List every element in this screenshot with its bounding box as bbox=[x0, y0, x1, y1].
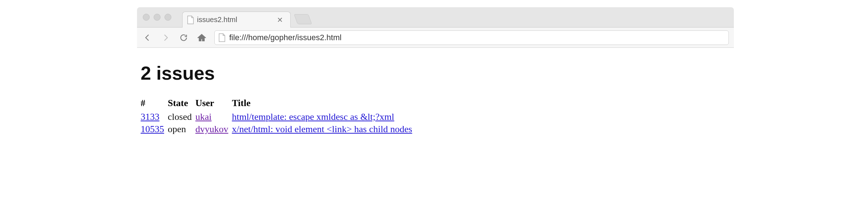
close-tab-button[interactable]: ✕ bbox=[275, 16, 285, 24]
issue-title-link[interactable]: html/template: escape xmldesc as &lt;?xm… bbox=[232, 112, 394, 122]
home-button[interactable] bbox=[196, 32, 207, 43]
issues-table: # State User Title 3133closedukaihtml/te… bbox=[141, 97, 416, 135]
browser-tab[interactable]: issues2.html ✕ bbox=[182, 12, 291, 28]
window-controls bbox=[143, 7, 171, 27]
table-row: 10535opendvyukovx/net/html: void element… bbox=[141, 123, 416, 135]
issue-user-link[interactable]: ukai bbox=[195, 112, 211, 122]
forward-button[interactable] bbox=[160, 32, 171, 43]
tab-strip: issues2.html ✕ bbox=[137, 7, 734, 28]
page-heading: 2 issues bbox=[141, 62, 730, 84]
issue-user-link[interactable]: dvyukov bbox=[195, 124, 228, 134]
address-text: file:///home/gopher/issues2.html bbox=[229, 33, 342, 42]
col-user: User bbox=[195, 97, 232, 111]
browser-window: issues2.html ✕ file:///home/gopher/issue… bbox=[137, 7, 734, 139]
new-tab-button[interactable] bbox=[294, 14, 312, 24]
minimize-window-button[interactable] bbox=[154, 14, 161, 21]
issue-number-link[interactable]: 3133 bbox=[141, 112, 159, 122]
address-bar[interactable]: file:///home/gopher/issues2.html bbox=[214, 30, 729, 45]
close-window-button[interactable] bbox=[143, 14, 150, 21]
issue-state: closed bbox=[168, 111, 195, 123]
maximize-window-button[interactable] bbox=[164, 14, 171, 21]
col-title: Title bbox=[232, 97, 416, 111]
col-state: State bbox=[168, 97, 195, 111]
back-button[interactable] bbox=[142, 32, 153, 43]
file-icon bbox=[218, 33, 226, 42]
reload-button[interactable] bbox=[178, 32, 189, 43]
col-num: # bbox=[141, 97, 168, 111]
issue-title-link[interactable]: x/net/html: void element <link> has chil… bbox=[232, 124, 412, 134]
tab-title: issues2.html bbox=[197, 16, 275, 24]
table-row: 3133closedukaihtml/template: escape xmld… bbox=[141, 111, 416, 123]
issue-number-link[interactable]: 10535 bbox=[141, 124, 164, 134]
issue-state: open bbox=[168, 123, 195, 135]
table-header-row: # State User Title bbox=[141, 97, 416, 111]
toolbar: file:///home/gopher/issues2.html bbox=[137, 28, 734, 48]
file-icon bbox=[187, 16, 194, 24]
page-content: 2 issues # State User Title 3133closeduk… bbox=[137, 48, 734, 139]
